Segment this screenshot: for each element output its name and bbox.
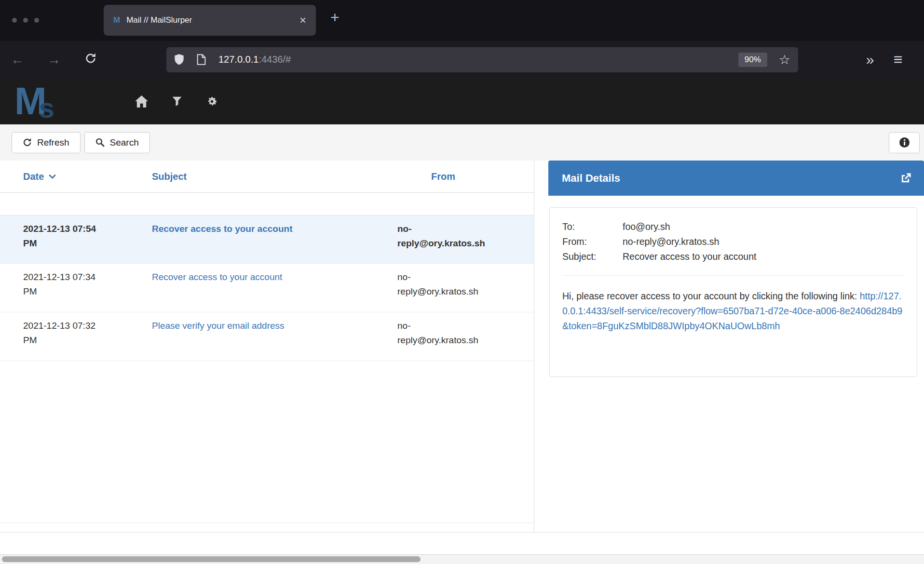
tab-favicon-icon: M [113, 15, 120, 25]
mail-subject-link[interactable]: Please verify your email address [152, 321, 285, 331]
logo-letter-s: s [39, 95, 54, 121]
to-value: foo@ory.sh [623, 219, 670, 234]
reload-button[interactable] [81, 53, 100, 67]
column-header-date[interactable]: Date [0, 171, 130, 182]
sort-chevron-down-icon [48, 174, 56, 180]
home-button[interactable] [135, 95, 148, 107]
refresh-button[interactable]: Refresh [12, 132, 81, 153]
window-dot [12, 18, 17, 23]
mail-rows: 2021-12-13 07:54 PM Recover access to yo… [0, 215, 534, 361]
mail-list-header: Date Subject From [0, 161, 534, 193]
search-label: Search [110, 137, 139, 148]
window-dot [34, 18, 39, 23]
to-label: To: [562, 219, 623, 234]
scrollbar-thumb[interactable] [2, 556, 421, 562]
settings-button[interactable] [206, 95, 218, 107]
horizontal-scrollbar[interactable] [0, 554, 924, 564]
app-toolbar: Refresh Search [0, 124, 924, 161]
mail-row[interactable]: 2021-12-13 07:32 PM Please verify your e… [0, 312, 534, 361]
reload-icon [85, 53, 96, 64]
mail-list-panel: Date Subject From 2021-12-13 07:54 PM Re… [0, 161, 534, 532]
date-header-label: Date [23, 171, 44, 182]
filter-icon [172, 96, 182, 107]
mail-list: Date Subject From 2021-12-13 07:54 PM Re… [0, 161, 534, 523]
mail-from: no-reply@ory.kratos.sh [380, 319, 534, 361]
mail-date: 2021-12-13 07:34 PM [0, 270, 130, 312]
bookmark-star-icon[interactable]: ☆ [779, 52, 790, 67]
mail-body-text: Hi, please recover access to your accoun… [562, 291, 860, 301]
mail-from: no-reply@ory.kratos.sh [380, 270, 534, 312]
app-header: M s [0, 78, 924, 124]
url-host: 127.0.0.1 [218, 54, 258, 65]
field-to: To: foo@ory.sh [562, 219, 904, 234]
mail-row[interactable]: 2021-12-13 07:34 PM Recover access to yo… [0, 264, 534, 312]
page-info-icon[interactable] [197, 54, 206, 65]
gear-icon [206, 95, 218, 107]
column-header-subject[interactable]: Subject [130, 171, 380, 182]
refresh-icon [23, 138, 32, 147]
search-button[interactable]: Search [84, 132, 150, 153]
hamburger-menu-button[interactable]: ≡ [888, 51, 908, 68]
field-subject: Subject: Recover access to your account [562, 249, 904, 264]
browser-tab-strip: M Mail // MailSlurper × + [0, 0, 924, 41]
mail-subject-link[interactable]: Recover access to your account [152, 224, 292, 234]
mailslurper-logo[interactable]: M s [14, 84, 111, 119]
mail-details-title: Mail Details [562, 172, 620, 185]
mail-from: no-reply@ory.kratos.sh [380, 222, 534, 263]
filter-button[interactable] [172, 96, 182, 107]
field-from: From: no-reply@ory.kratos.sh [562, 234, 904, 249]
mail-date: 2021-12-13 07:54 PM [0, 222, 130, 263]
back-button[interactable]: ← [8, 53, 27, 67]
mail-details-panel: Mail Details To: foo@ory.sh From: no-rep… [534, 161, 924, 532]
browser-navbar: ← → 127.0.0.1:4436/# 90% ☆ » ≡ [0, 41, 924, 78]
shield-icon[interactable] [174, 54, 184, 66]
info-icon [899, 137, 910, 148]
column-header-from[interactable]: From [380, 171, 534, 182]
subject-label: Subject: [562, 249, 623, 264]
search-icon [95, 138, 105, 147]
tab-close-icon[interactable]: × [299, 13, 306, 27]
browser-tab[interactable]: M Mail // MailSlurper × [104, 5, 316, 36]
mail-date: 2021-12-13 07:32 PM [0, 319, 130, 361]
home-icon [135, 95, 148, 107]
main-content: Date Subject From 2021-12-13 07:54 PM Re… [0, 161, 924, 533]
mail-subject-link[interactable]: Recover access to your account [152, 272, 282, 282]
from-value: no-reply@ory.kratos.sh [623, 234, 719, 249]
window-controls[interactable] [12, 18, 39, 23]
mail-details-header: Mail Details [548, 161, 924, 196]
mail-row-selected[interactable]: 2021-12-13 07:54 PM Recover access to yo… [0, 215, 534, 264]
overflow-menu-button[interactable]: » [860, 52, 880, 68]
mail-body: Hi, please recover access to your accoun… [562, 289, 904, 334]
forward-button[interactable]: → [44, 53, 64, 67]
from-label: From: [562, 234, 623, 249]
url-text[interactable]: 127.0.0.1:4436/# [218, 54, 291, 65]
info-button[interactable] [889, 132, 920, 153]
tab-title: Mail // MailSlurper [126, 15, 295, 25]
mail-details-card: To: foo@ory.sh From: no-reply@ory.kratos… [549, 207, 917, 377]
new-tab-button[interactable]: + [330, 10, 340, 25]
url-path: :4436/# [258, 54, 291, 65]
refresh-label: Refresh [37, 137, 69, 148]
open-external-button[interactable] [900, 173, 911, 184]
subject-value: Recover access to your account [623, 249, 756, 264]
details-divider [562, 275, 904, 276]
url-bar[interactable]: 127.0.0.1:4436/# 90% ☆ [166, 47, 798, 72]
zoom-indicator[interactable]: 90% [738, 53, 767, 67]
window-dot [23, 18, 28, 23]
external-link-icon [900, 173, 911, 184]
